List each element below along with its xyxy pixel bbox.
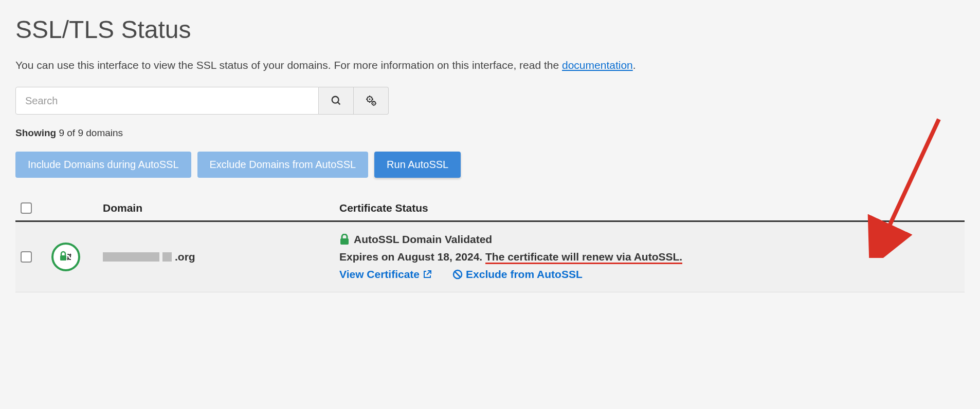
redacted-domain-part: [162, 252, 172, 262]
renew-text: The certificate will renew via AutoSSL.: [485, 251, 682, 264]
view-certificate-label: View Certificate: [339, 268, 420, 281]
exclude-domains-button[interactable]: Exclude Domains from AutoSSL: [197, 152, 369, 178]
showing-label: Showing: [15, 127, 56, 138]
svg-line-11: [455, 272, 461, 277]
status-header: Certificate Status: [339, 202, 959, 214]
svg-rect-9: [340, 238, 349, 245]
button-row: Include Domains during AutoSSL Exclude D…: [15, 152, 965, 178]
search-button[interactable]: [319, 87, 354, 115]
include-domains-button[interactable]: Include Domains during AutoSSL: [15, 152, 191, 178]
view-certificate-link[interactable]: View Certificate: [339, 268, 432, 281]
description-text-post: .: [633, 59, 636, 71]
ssl-status-icon: [51, 243, 80, 271]
page-description: You can use this interface to view the S…: [15, 59, 965, 71]
svg-rect-6: [60, 255, 66, 261]
svg-point-5: [373, 103, 374, 104]
external-link-icon: [423, 270, 432, 279]
certificate-status: AutoSSL Domain Validated Expires on Augu…: [339, 233, 959, 281]
svg-line-1: [337, 102, 340, 105]
settings-button[interactable]: [354, 87, 389, 115]
lock-icon: [339, 234, 350, 245]
table-header: Domain Certificate Status: [15, 196, 965, 222]
run-autossl-button[interactable]: Run AutoSSL: [374, 152, 461, 178]
prohibit-icon: [452, 269, 463, 280]
page-title: SSL/TLS Status: [15, 15, 965, 44]
exclude-label: Exclude from AutoSSL: [466, 268, 583, 281]
search-icon: [331, 95, 342, 106]
domain-name: .org: [103, 251, 339, 263]
svg-point-3: [369, 99, 370, 100]
domain-suffix: .org: [175, 251, 195, 263]
search-row: [15, 87, 965, 115]
status-title: AutoSSL Domain Validated: [354, 233, 492, 246]
search-input[interactable]: [15, 87, 319, 115]
redacted-domain-part: [103, 252, 159, 262]
gear-icon: [365, 95, 377, 107]
select-all-checkbox[interactable]: [21, 202, 32, 214]
table-row: .org AutoSSL Domain Validated Expires on…: [15, 222, 965, 292]
row-checkbox[interactable]: [21, 251, 32, 263]
expires-text: Expires on August 18, 2024.: [339, 251, 485, 263]
showing-text: Showing 9 of 9 domains: [15, 127, 965, 139]
documentation-link[interactable]: documentation: [562, 59, 633, 71]
svg-marker-7: [69, 253, 71, 255]
svg-marker-8: [67, 258, 69, 261]
svg-point-0: [332, 97, 338, 103]
domain-header: Domain: [103, 202, 339, 214]
showing-count: 9 of 9 domains: [59, 127, 123, 138]
exclude-from-autossl-link[interactable]: Exclude from AutoSSL: [452, 268, 583, 281]
description-text: You can use this interface to view the S…: [15, 59, 562, 71]
